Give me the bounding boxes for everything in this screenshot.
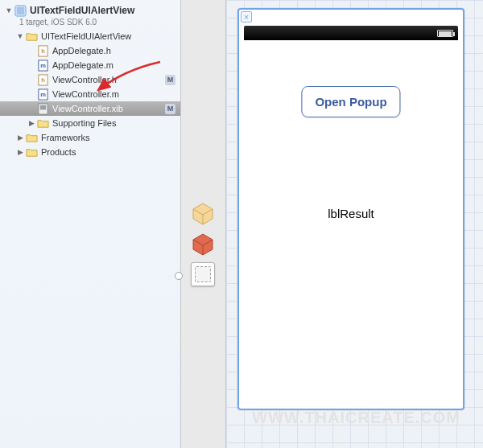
- folder-label: Supporting Files: [52, 118, 117, 128]
- file-viewcontroller-m[interactable]: m ViewController.m: [0, 87, 180, 101]
- svg-rect-11: [40, 105, 47, 109]
- result-label[interactable]: lblResult: [239, 207, 463, 220]
- folder-label: Frameworks: [41, 133, 90, 142]
- scm-modified-badge: M: [165, 104, 175, 114]
- project-name: UITextFieldUIAlertView: [30, 5, 134, 16]
- file-appdelegate-h[interactable]: h AppDelegate.h: [0, 43, 180, 58]
- ios-status-bar: [244, 26, 458, 40]
- view-object-icon[interactable]: [191, 262, 215, 286]
- first-responder-icon[interactable]: [191, 232, 215, 256]
- file-label: ViewController.xib: [52, 104, 123, 113]
- file-label: AppDelegate.h: [52, 46, 111, 55]
- folder-label: Products: [41, 147, 76, 157]
- file-appdelegate-m[interactable]: m AppDelegate.m: [0, 58, 180, 72]
- file-label: ViewController.m: [52, 89, 119, 99]
- close-scene-icon[interactable]: ×: [241, 11, 252, 23]
- impl-file-icon: m: [37, 88, 49, 101]
- products-folder[interactable]: ▶ Products: [0, 145, 180, 159]
- interface-builder-canvas[interactable]: × Open Popup lblResult: [226, 0, 483, 448]
- document-outline-gutter: [181, 0, 226, 448]
- file-viewcontroller-xib[interactable]: ViewController.xib M: [0, 101, 180, 116]
- impl-file-icon: m: [37, 60, 49, 72]
- svg-text:h: h: [41, 76, 45, 84]
- project-navigator[interactable]: ▼ UITextFieldUIAlertView 1 target, iOS S…: [0, 0, 181, 448]
- svg-text:m: m: [40, 91, 46, 98]
- project-root[interactable]: ▼ UITextFieldUIAlertView: [0, 3, 180, 18]
- disclosure-triangle-icon[interactable]: ▶: [16, 148, 24, 156]
- folder-icon: [26, 31, 38, 43]
- disclosure-triangle-icon[interactable]: ▶: [27, 119, 35, 127]
- group-folder[interactable]: ▼ UITextFieldUIAlertView: [0, 29, 180, 43]
- battery-icon: [437, 30, 453, 37]
- dock-toggle-icon[interactable]: [175, 272, 183, 280]
- file-label: AppDelegate.m: [52, 60, 114, 70]
- svg-text:h: h: [41, 47, 45, 55]
- header-file-icon: h: [37, 45, 49, 57]
- open-popup-button[interactable]: Open Popup: [301, 86, 400, 117]
- folder-icon: [26, 146, 38, 158]
- ios-view[interactable]: × Open Popup lblResult: [237, 8, 464, 410]
- svg-text:m: m: [40, 62, 46, 69]
- file-viewcontroller-h[interactable]: h ViewController.h M: [0, 72, 180, 87]
- group-name: UITextFieldUIAlertView: [41, 31, 131, 41]
- placeholder-object-icon[interactable]: [191, 201, 215, 225]
- xib-file-icon: [37, 103, 49, 115]
- header-file-icon: h: [37, 74, 49, 86]
- project-subtitle: 1 target, iOS SDK 6.0: [19, 18, 180, 29]
- folder-icon: [37, 117, 49, 129]
- folder-icon: [26, 132, 38, 144]
- disclosure-triangle-icon[interactable]: ▼: [16, 32, 24, 40]
- disclosure-triangle-icon[interactable]: ▶: [16, 134, 24, 142]
- supporting-files-folder[interactable]: ▶ Supporting Files: [0, 116, 180, 130]
- disclosure-triangle-icon[interactable]: ▼: [5, 6, 13, 14]
- svg-rect-1: [17, 6, 24, 14]
- frameworks-folder[interactable]: ▶ Frameworks: [0, 130, 180, 145]
- file-label: ViewController.h: [52, 75, 117, 84]
- scm-modified-badge: M: [165, 75, 175, 85]
- xcode-project-icon: [14, 5, 27, 17]
